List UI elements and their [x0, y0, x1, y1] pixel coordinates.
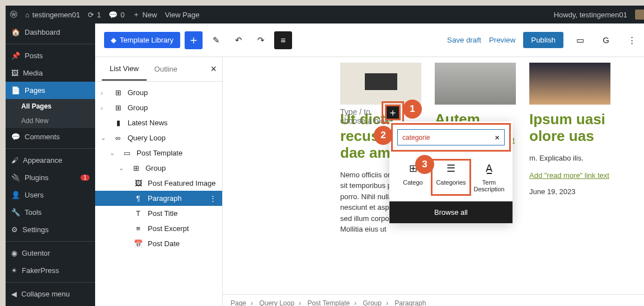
comments-count[interactable]: 💬 0 [109, 11, 124, 19]
sidebar-item-tools[interactable]: 🔧 Tools [6, 204, 95, 221]
undo-icon[interactable]: ↶ [229, 31, 247, 49]
redo-icon[interactable]: ↷ [252, 31, 270, 49]
annotation-marker-1: 1 [403, 100, 422, 119]
sidebar-sub-allpages[interactable]: All Pages [6, 99, 95, 114]
sidebar-item-media[interactable]: 🖼 Media [6, 64, 95, 82]
sidebar-item-gutentor[interactable]: ◉ Gutentor [6, 244, 95, 262]
publish-button[interactable]: Publish [523, 32, 563, 48]
preview-button[interactable]: Preview [489, 36, 515, 44]
admin-bar: ⓦ ⌂ testingemen01 ⟳ 1 💬 0 ＋ New View Pag… [6, 6, 644, 23]
block-option-term-description[interactable]: A̲Term Description [472, 162, 506, 192]
edit-icon[interactable]: ✎ [207, 31, 225, 49]
post-col-3: Ipsum uasi olore uas m. Explicabo ilis. … [529, 63, 610, 235]
block-inserter-popover: × ⊞Catego ☰Categories A̲Term Description… [389, 121, 513, 223]
more-icon[interactable]: ⋮ [623, 31, 641, 49]
readmore-link[interactable]: Add "read more" link text [529, 171, 610, 180]
site-name[interactable]: ⌂ testingemen01 [25, 11, 80, 19]
clear-search-icon[interactable]: × [495, 133, 500, 142]
tree-paragraph[interactable]: ¶Paragraph⋮ [95, 191, 222, 206]
sidebar-item-users[interactable]: 👤 Users [6, 186, 95, 204]
featured-image [340, 63, 421, 105]
close-listview-icon[interactable]: × [210, 63, 217, 75]
sidebar-item-plugins[interactable]: 🔌 Plugins1 [6, 169, 95, 186]
editor-canvas[interactable]: Ut dicta recusan dae amet Nemo officiis … [223, 57, 644, 306]
tree-latest[interactable]: ▮Latest News [95, 115, 222, 130]
tree-group[interactable]: ›⊞Group [95, 85, 222, 100]
tree-posttitle[interactable]: TPost Title [95, 206, 222, 221]
block-breadcrumbs[interactable]: Page› Query Loop› Post Template› Group› … [223, 294, 644, 306]
tab-listview[interactable]: List View [102, 58, 147, 81]
sidebar-collapse[interactable]: ◀ Collapse menu [6, 285, 95, 303]
sidebar-item-appearance[interactable]: 🖌 Appearance [6, 152, 95, 169]
listview-panel: List View Outline × ›⊞Group ›⊞Group ▮Lat… [95, 57, 223, 306]
admin-sidebar: 🏠 Dashboard 📌 Posts 🖼 Media 📄 Pages All … [6, 23, 95, 306]
gutentor-icon[interactable]: G [597, 31, 615, 49]
categories-icon: ☰ [446, 162, 455, 175]
inline-inserter-button[interactable]: ＋ [385, 105, 401, 120]
avatar[interactable] [635, 10, 644, 20]
annotation-marker-3: 3 [415, 155, 434, 174]
term-description-icon: A̲ [486, 162, 492, 175]
view-page[interactable]: View Page [165, 11, 200, 19]
featured-image [529, 63, 610, 105]
editor-toolbar: ◆ Template Library ＋ ✎ ↶ ↷ ≡ Save draft … [95, 23, 644, 57]
tree-group[interactable]: ›⊞Group [95, 100, 222, 115]
annotation-marker-2: 2 [374, 126, 393, 145]
sidebar-item-fakerpress[interactable]: ✴ FakerPress [6, 262, 95, 279]
post-body: m. Explicabo ilis. [529, 153, 610, 164]
updates[interactable]: ⟳ 1 [88, 11, 101, 19]
sidebar-toggle-icon[interactable]: ▭ [571, 31, 589, 49]
tree-queryloop[interactable]: ⌄∞Query Loop [95, 130, 222, 145]
tree-group[interactable]: ⌄⊞Group [95, 161, 222, 176]
howdy[interactable]: Howdy, testingemen01 [554, 11, 627, 19]
tree-postexcerpt[interactable]: ≡Post Excerpt [95, 221, 222, 236]
sidebar-item-comments[interactable]: 💬 Comments [6, 128, 95, 145]
add-block-button[interactable]: ＋ [185, 31, 203, 49]
save-draft-button[interactable]: Save draft [447, 36, 481, 44]
featured-image [435, 63, 516, 105]
template-library-button[interactable]: ◆ Template Library [104, 32, 180, 48]
wp-logo[interactable]: ⓦ [10, 10, 17, 20]
sidebar-item-posts[interactable]: 📌 Posts [6, 47, 95, 64]
tree-featimg[interactable]: 🖼Post Featured Image [95, 176, 222, 191]
browse-all-button[interactable]: Browse all [389, 201, 513, 223]
listview-toggle[interactable]: ≡ [274, 31, 292, 49]
tree-postdate[interactable]: 📅Post Date [95, 236, 222, 251]
tree-posttemplate[interactable]: ⌄▭Post Template [95, 145, 222, 161]
sidebar-item-settings[interactable]: ⚙ Settings [6, 221, 95, 238]
block-option-categories[interactable]: ☰Categories [434, 162, 468, 192]
sidebar-sub-addnew[interactable]: Add New [6, 114, 95, 128]
post-title: Ipsum uasi olore uas [529, 111, 610, 145]
block-search-input[interactable] [402, 134, 495, 142]
new-content[interactable]: ＋ New [133, 10, 157, 20]
sidebar-item-dashboard[interactable]: 🏠 Dashboard [6, 23, 95, 41]
tab-outline[interactable]: Outline [147, 58, 185, 80]
sidebar-item-pages[interactable]: 📄 Pages [6, 82, 95, 99]
post-date: June 19, 2023 [529, 187, 610, 196]
